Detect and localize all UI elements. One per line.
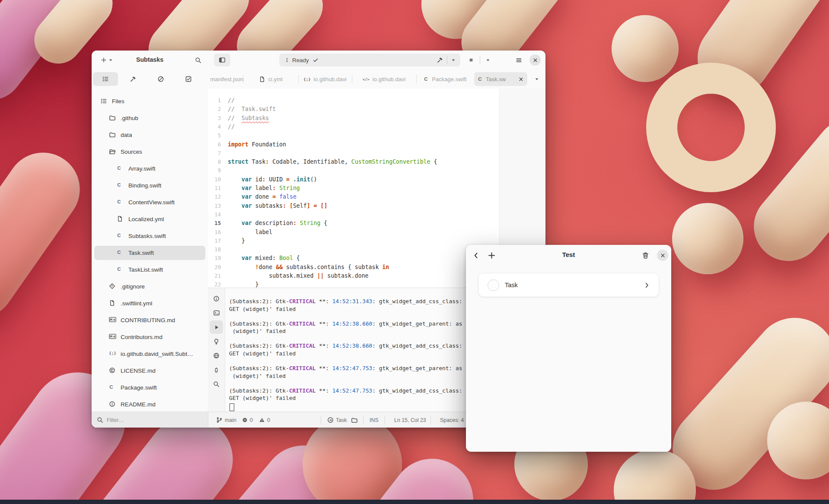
device-icon [214,367,219,374]
sidebar-toolbar-build-hammer-button[interactable] [121,72,146,86]
tree-item-readme-md[interactable]: README.md [92,396,208,413]
chevron-down-icon [485,57,491,63]
panel-info-button[interactable] [210,292,223,305]
build-options-caret-icon[interactable] [451,57,456,63]
delete-button[interactable] [640,250,651,261]
window-title: Subtasks [92,56,208,63]
svg-text:C: C [117,233,121,238]
tab-io-github-davi[interactable]: </>io.github.davi [352,70,416,89]
tree-item-tasklist-swift[interactable]: CTaskList.swift [92,261,208,278]
close-tab-icon[interactable] [518,76,524,82]
input-mode-indicator[interactable]: INS [370,412,379,428]
markdown-icon [109,333,116,341]
folder-icon [351,417,358,424]
tree-item-package-swift[interactable]: CPackage.swift [92,379,208,396]
sidebar-toolbar-files-list-button[interactable] [93,72,118,86]
markdown-icon [109,317,116,324]
tree-filter-input[interactable]: Filter… [92,412,208,428]
tree-item-subtasks-swift[interactable]: CSubtasks.swift [92,228,208,244]
task-row[interactable]: Task [478,273,659,297]
panel-lightbulb-button[interactable] [210,335,223,348]
statusbar-separator [430,415,431,425]
chevron-right-icon [644,282,650,288]
tree-item-contributors-md[interactable]: Contributors.md [92,329,208,346]
panel-device-button[interactable] [210,363,223,377]
stop-run-button[interactable] [466,54,477,66]
position-label: Ln 15, Col 23 [394,417,426,423]
updown-arrows-icon [284,57,290,63]
tree-item--gitignore[interactable]: .gitignore [92,278,208,295]
tab-task-sw[interactable]: CTask.sw [474,72,527,86]
svg-text:{;}: {;} [109,351,116,355]
code-line: // [228,123,235,131]
tree-item-label: .swiftlint.yml [121,300,152,307]
sidebar-toggle-icon [219,57,226,63]
main-menu-button[interactable] [513,54,525,66]
close-icon [660,253,666,258]
tree-item-contentview-swift[interactable]: CContentView.swift [92,194,208,211]
run-target-indicator[interactable]: Task [327,412,347,428]
task-checkbox[interactable] [488,279,499,291]
copyright-icon [109,367,116,374]
diagnostics-indicator[interactable]: 0 0 [242,412,270,428]
check-square-icon [185,76,192,82]
tree-item-license-md[interactable]: LICENSE.md [92,362,208,379]
panel-run-button[interactable] [210,320,223,334]
c-icon: C [117,199,124,206]
line-number: 3 [208,114,221,123]
panel-search-button[interactable] [210,377,223,391]
tree-item-binding-swift[interactable]: CBinding.swift [92,177,208,194]
tree-item-io-github-david-swift-subt-[interactable]: {;}io.github.david_swift.Subt… [92,346,208,362]
panel-terminal-button[interactable] [210,306,223,320]
omnibar-build-status[interactable]: Ready [279,54,460,67]
git-icon [109,283,116,290]
dock-strip [0,500,829,504]
tree-item-label: Files [112,98,124,105]
tree-item-array-swift[interactable]: CArray.swift [92,160,208,177]
project-folder-button[interactable] [351,412,358,428]
tree-item-localized-yml[interactable]: Localized.yml [92,211,208,228]
tab-label: Task.sw [486,76,506,82]
code-line: !done && subtasks.contains { subtask in [228,263,389,272]
tree-item-label: LICENSE.md [121,368,156,374]
tree-item-contributing-md[interactable]: CONTRIBUTING.md [92,312,208,329]
line-number: 21 [208,272,221,280]
sidebar-toolbar-check-square-button[interactable] [176,72,201,86]
indentation-indicator[interactable]: Spaces: 4 [440,412,464,428]
close-window-button[interactable] [529,54,541,66]
tab-list-caret-button[interactable] [531,73,542,85]
tree-item--github[interactable]: .github [92,110,208,127]
tree-item-task-swift[interactable]: CTask.swift [92,244,208,261]
log-message-line: (Subtasks:2): Gtk-CRITICAL **: 14:52:38.… [229,342,462,350]
run-options-button[interactable] [483,54,493,66]
tree-item--swiftlint-yml[interactable]: .swiftlint.yml [92,295,208,312]
file-icon [117,216,124,223]
folder-icon [109,131,116,139]
tab-package-swift[interactable]: CPackage.swift [416,70,474,89]
panel-web-button[interactable] [210,349,223,362]
tab-manifest-json[interactable]: manifest.json [208,70,243,89]
sidebar-toolbar-stop-circle-button[interactable] [148,72,173,86]
task-label: Task [505,282,518,288]
tree-item-files[interactable]: Files [92,93,208,110]
build-button[interactable] [437,57,443,63]
tree-item-label: Sources [121,149,142,155]
search-button[interactable] [192,54,204,66]
tab-io-github-davi[interactable]: {;}io.github.davi [298,70,352,89]
tree-item-label: Contributors.md [121,334,163,340]
search-icon [195,57,201,63]
cursor-position-indicator[interactable]: Ln 15, Col 23 [394,412,426,428]
toggle-sidebar-button[interactable] [214,54,230,67]
close-window-button[interactable] [657,250,668,261]
git-branch-indicator[interactable]: main [216,412,236,428]
hamburger-menu-icon [515,57,523,63]
wallpaper-pill [646,63,776,192]
line-number: 20 [208,263,221,272]
tree-item-data[interactable]: data [92,127,208,143]
tree-item-label: Localized.yml [128,216,164,222]
terminal-cursor [230,403,234,411]
tab-ci-yml[interactable]: ci.yml [243,70,298,89]
tree-item-sources[interactable]: Sources [92,143,208,160]
json-icon: {;} [303,76,311,82]
lightbulb-icon [213,338,220,345]
